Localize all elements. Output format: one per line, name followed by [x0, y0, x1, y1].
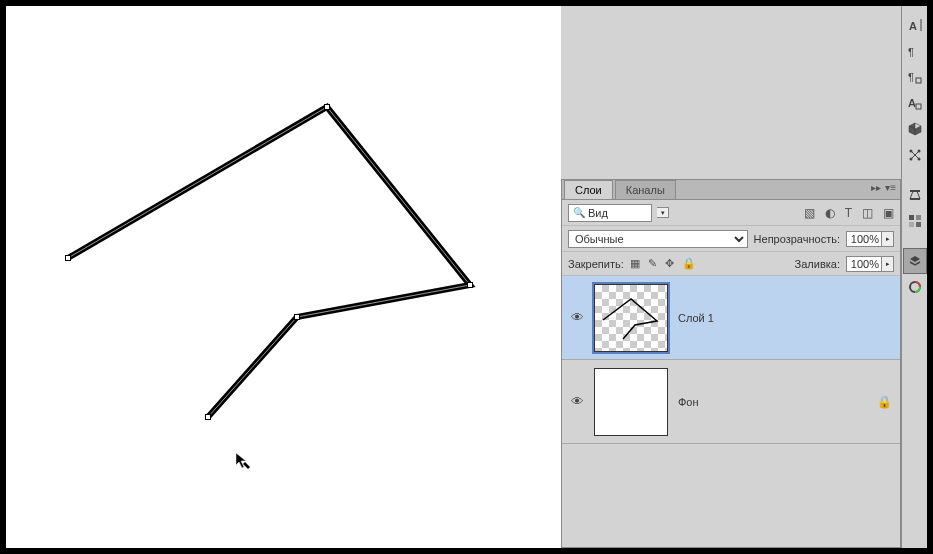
lock-label: Закрепить:	[568, 258, 624, 270]
tab-layers[interactable]: Слои	[564, 180, 613, 199]
layer-name[interactable]: Слой 1	[678, 312, 892, 324]
lock-row: Закрепить: ▦ ✎ ✥ 🔒 Заливка: ▸	[562, 252, 900, 276]
svg-text:¶: ¶	[908, 71, 914, 83]
character-panel-icon[interactable]: A	[903, 12, 927, 38]
opacity-label: Непрозрачность:	[754, 233, 840, 245]
layers-list: 👁 Слой 1 👁 Фон 🔒	[562, 276, 900, 547]
search-icon: 🔍	[573, 207, 585, 218]
layers-panel-icon[interactable]	[903, 248, 927, 274]
paragraph-panel-icon[interactable]: ¶	[903, 38, 927, 64]
lock-pixels-icon[interactable]: ✎	[648, 257, 657, 270]
panels-column: Слои Каналы ▸▸ ▾≡ 🔍 Вид ▾ ▧ ◐ T ◫	[561, 6, 901, 548]
svg-text:A: A	[909, 20, 917, 32]
anchor-point[interactable]	[467, 282, 473, 288]
filter-pixel-icon[interactable]: ▧	[804, 206, 815, 220]
filter-type-icon[interactable]: T	[845, 206, 852, 220]
filter-dropdown-arrow[interactable]: ▾	[657, 207, 669, 218]
layer-thumbnail[interactable]	[594, 284, 668, 352]
tab-channels[interactable]: Каналы	[615, 180, 676, 199]
navigator-icon[interactable]	[903, 142, 927, 168]
fill-input[interactable]	[846, 256, 882, 272]
visibility-toggle[interactable]: 👁	[570, 310, 584, 325]
document-canvas[interactable]	[6, 6, 561, 548]
char-style-icon[interactable]: A	[903, 90, 927, 116]
svg-text:A: A	[908, 97, 916, 109]
filter-adjust-icon[interactable]: ◐	[825, 206, 835, 220]
svg-rect-15	[909, 215, 914, 220]
layer-thumbnail[interactable]	[594, 368, 668, 436]
layer-row[interactable]: 👁 Фон 🔒	[562, 360, 900, 444]
svg-rect-16	[916, 215, 921, 220]
svg-text:¶: ¶	[908, 46, 914, 58]
lock-icon: 🔒	[877, 395, 892, 409]
lock-all-icon[interactable]: 🔒	[682, 257, 696, 270]
tools-icon[interactable]	[903, 182, 927, 208]
anchor-point[interactable]	[205, 414, 211, 420]
lock-position-icon[interactable]: ✥	[665, 257, 674, 270]
opacity-arrow[interactable]: ▸	[882, 231, 894, 247]
filter-shape-icon[interactable]: ◫	[862, 206, 873, 220]
layer-row[interactable]: 👁 Слой 1	[562, 276, 900, 360]
panel-menu-icon[interactable]: ▾≡	[885, 182, 896, 193]
visibility-toggle[interactable]: 👁	[570, 394, 584, 409]
blend-mode-select[interactable]: Обычные	[568, 230, 748, 248]
lock-transparency-icon[interactable]: ▦	[630, 257, 640, 270]
color-wheel-icon[interactable]	[903, 274, 927, 300]
pen-cursor	[234, 451, 254, 471]
filter-row: 🔍 Вид ▾ ▧ ◐ T ◫ ▣	[562, 200, 900, 226]
cube-icon[interactable]	[903, 116, 927, 142]
layer-filter-select[interactable]: 🔍 Вид	[568, 204, 652, 222]
fill-label: Заливка:	[795, 258, 840, 270]
svg-rect-6	[916, 104, 921, 109]
anchor-point[interactable]	[65, 255, 71, 261]
svg-rect-4	[916, 78, 921, 83]
panel-tabs: Слои Каналы ▸▸ ▾≡	[562, 180, 900, 200]
filter-smart-icon[interactable]: ▣	[883, 206, 894, 220]
anchor-point[interactable]	[294, 314, 300, 320]
panel-collapse-icon[interactable]: ▸▸	[871, 182, 881, 193]
right-rail: A ¶ ¶ A	[901, 6, 927, 548]
canvas-area[interactable]	[6, 6, 561, 548]
anchor-point[interactable]	[324, 104, 330, 110]
paragraph-style-icon[interactable]: ¶	[903, 64, 927, 90]
fill-arrow[interactable]: ▸	[882, 256, 894, 272]
svg-rect-18	[916, 222, 921, 227]
filter-label: Вид	[588, 207, 608, 219]
vector-path[interactable]	[6, 6, 561, 548]
opacity-input[interactable]	[846, 231, 882, 247]
svg-rect-17	[909, 222, 914, 227]
app-frame: Слои Каналы ▸▸ ▾≡ 🔍 Вид ▾ ▧ ◐ T ◫	[6, 6, 927, 548]
blend-row: Обычные Непрозрачность: ▸	[562, 226, 900, 252]
layers-panel: Слои Каналы ▸▸ ▾≡ 🔍 Вид ▾ ▧ ◐ T ◫	[561, 179, 901, 548]
swatches-icon[interactable]	[903, 208, 927, 234]
layer-name[interactable]: Фон	[678, 396, 867, 408]
